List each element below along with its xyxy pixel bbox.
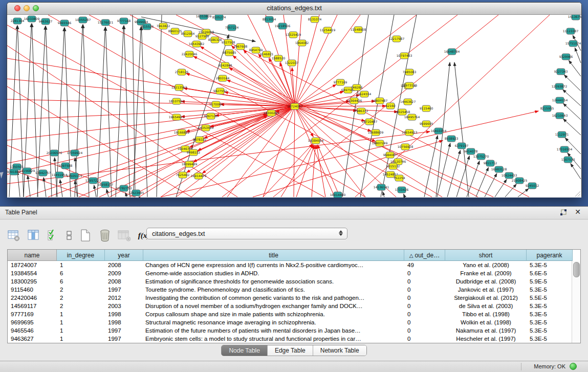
window-titlebar[interactable]: citations_edges.txt <box>7 3 581 15</box>
graph-node[interactable]: 10807487 <box>372 98 388 104</box>
graph-node[interactable]: 13075270 <box>473 154 489 160</box>
graph-node[interactable]: 8215955 <box>540 105 554 112</box>
table-cell[interactable]: 1 <box>57 326 105 335</box>
table-cell[interactable]: Disruption of a novel member of a sodium… <box>143 302 404 310</box>
scrollbar-thumb[interactable] <box>573 262 580 277</box>
graph-node[interactable]: 11156829 <box>19 168 35 174</box>
table-cell[interactable]: 5.3E-5 <box>527 286 573 294</box>
table-cell[interactable]: 2 <box>57 294 105 302</box>
graph-node[interactable]: 62160 <box>385 103 395 109</box>
graph-node[interactable]: 3624554 <box>358 91 372 97</box>
table-cell[interactable]: 2 <box>57 302 105 310</box>
table-cell[interactable]: 2008 <box>105 261 143 269</box>
tab-edge-table[interactable]: Edge Table <box>268 345 313 356</box>
table-cell[interactable]: 18300295 <box>8 277 57 286</box>
table-cell[interactable]: 18724007 <box>8 261 57 269</box>
table-row[interactable]: 946554611997Estimation of the future num… <box>8 326 580 335</box>
graph-node[interactable]: 1733426 <box>395 187 409 193</box>
graph-node[interactable]: 15751074 <box>565 40 581 47</box>
graph-node[interactable]: 14353594 <box>198 125 214 131</box>
table-cell[interactable]: 2003 <box>105 302 143 310</box>
graph-node[interactable]: 746266 <box>351 84 363 91</box>
table-selector[interactable]: citations_edges.txt <box>146 228 347 239</box>
tab-network-table[interactable]: Network Table <box>313 345 366 356</box>
table-cell[interactable]: 2008 <box>105 277 143 286</box>
graph-node[interactable]: 21908425 <box>512 178 528 184</box>
table-cell[interactable]: 1997 <box>105 326 143 335</box>
table-cell[interactable]: Estimation of significance thresholds fo… <box>143 277 404 286</box>
graph-node[interactable]: 9245012 <box>526 183 539 189</box>
graph-node[interactable]: 9811712 <box>484 160 497 166</box>
float-panel-icon[interactable] <box>559 209 568 219</box>
table-cell[interactable]: Genome-wide association studies in ADHD. <box>143 269 404 277</box>
graph-node[interactable]: 9777168 <box>117 18 131 24</box>
table-cell[interactable]: 0 <box>404 277 445 286</box>
delete-icon[interactable] <box>98 229 112 242</box>
table-cell[interactable]: 1997 <box>105 335 143 343</box>
column-header-in_degree[interactable]: in_degree <box>57 250 105 261</box>
table-cell[interactable]: 0 <box>404 326 445 335</box>
table-cell[interactable]: 0 <box>404 302 445 310</box>
graph-node[interactable]: 19166822 <box>174 129 190 136</box>
table-cell[interactable]: de Silva et al. (2003) <box>445 302 527 310</box>
graph-node[interactable]: 12444154 <box>552 97 568 103</box>
resize-grip[interactable] <box>574 190 581 197</box>
graph-node[interactable]: 1170064 <box>209 101 223 107</box>
column-header-short[interactable]: short <box>445 250 527 261</box>
graph-node[interactable]: 9684067 <box>383 152 397 158</box>
graph-node[interactable]: 12973115 <box>402 82 418 89</box>
table-cell[interactable]: 9465546 <box>8 326 57 335</box>
graph-node[interactable]: 8186328 <box>208 37 222 43</box>
table-row[interactable]: 977716911998Corpus callosum shape and si… <box>8 310 580 318</box>
graph-node[interactable]: 8131074 <box>308 16 322 23</box>
table-cell[interactable]: 1 <box>57 318 105 326</box>
table-row[interactable]: 1938455462009Genome-wide association stu… <box>8 269 580 277</box>
graph-node[interactable]: 16543982 <box>189 41 205 47</box>
column-header-title[interactable]: title <box>143 250 404 261</box>
graph-node[interactable]: 8938923 <box>445 136 459 142</box>
table-cell[interactable]: 5.3E-5 <box>527 310 573 318</box>
table-cell[interactable]: Embryonic stem cells: a model to study s… <box>143 335 404 343</box>
table-cell[interactable]: 0 <box>404 294 445 302</box>
table-cell[interactable]: Dudbridge et al. (2008) <box>445 277 527 286</box>
table-cell[interactable]: 2012 <box>105 294 143 302</box>
table-cell[interactable]: 5.3E-5 <box>527 261 573 269</box>
graph-node[interactable]: 16914480 <box>330 192 346 198</box>
table-row[interactable]: 911546021997Tourette syndrome. Phenomeno… <box>8 286 580 294</box>
graph-node[interactable]: 16033809 <box>24 16 40 22</box>
network-canvas[interactable]: 1872400722420046271812612213563181075521… <box>7 15 581 198</box>
table-cell[interactable]: Structural magnetic resonance image aver… <box>143 318 404 326</box>
graph-node[interactable]: 9115460 <box>420 105 433 112</box>
table-cell[interactable]: 2 <box>57 286 105 294</box>
select-columns-icon[interactable] <box>46 229 59 242</box>
table-row[interactable]: 1456911722003Disruption of a novel membe… <box>8 302 580 310</box>
graph-node[interactable]: 7857224 <box>225 25 239 31</box>
graph-node[interactable]: 16983128 <box>491 166 507 172</box>
table-cell[interactable]: 0 <box>404 269 445 277</box>
table-cell[interactable]: Tibbo et al. (1998) <box>445 310 527 318</box>
graph-node[interactable]: 19218506 <box>275 23 291 29</box>
table-cell[interactable]: 9115460 <box>8 286 57 294</box>
graph-node[interactable]: 1112971 <box>555 132 569 138</box>
table-cell[interactable]: 1 <box>57 261 105 269</box>
new-document-icon[interactable] <box>79 229 92 242</box>
table-cell[interactable]: Franke et al. (2009) <box>445 269 527 277</box>
table-cell[interactable]: 5.5E-5 <box>527 294 573 302</box>
graph-node[interactable]: 16053809 <box>196 15 212 19</box>
graph-node[interactable]: 1167533 <box>561 157 575 163</box>
table-cell[interactable]: 1 <box>57 310 105 318</box>
table-cell[interactable]: 0 <box>404 335 445 343</box>
graph-node[interactable]: 15276021 <box>98 19 114 26</box>
column-header-year[interactable]: year <box>105 250 143 261</box>
column-header-pagerank[interactable]: pagerank <box>527 250 573 261</box>
table-cell[interactable]: 14569117 <box>8 302 57 310</box>
graph-node[interactable]: 10756928 <box>398 144 413 150</box>
column-header-out_de[interactable]: △out_de… <box>404 250 445 261</box>
table-cell[interactable]: 5.3E-5 <box>527 335 573 343</box>
graph-node[interactable]: 9777169 <box>334 79 347 85</box>
graph-node[interactable]: 9329966 <box>559 54 573 60</box>
table-row[interactable]: 969969511998Structural magnetic resonanc… <box>8 318 580 326</box>
graph-node[interactable]: 11451954 <box>52 172 68 178</box>
table-row[interactable]: 1872400712008Changes of HCN gene express… <box>8 261 580 269</box>
graph-node[interactable]: 9397588 <box>59 163 73 169</box>
